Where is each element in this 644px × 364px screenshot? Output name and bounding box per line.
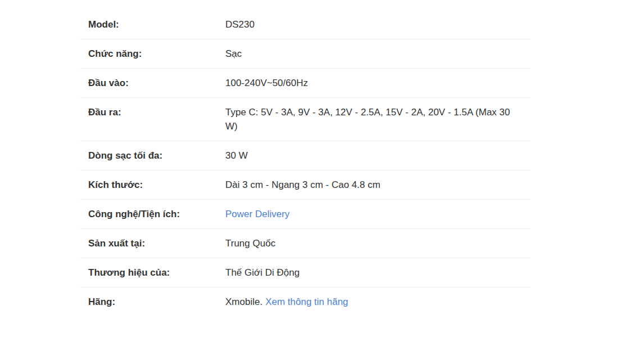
spec-row-function: Chức năng: Sạc: [80, 39, 530, 69]
spec-label-max-charge: Dòng sạc tối đa:: [80, 149, 225, 163]
spec-label-technology: Công nghệ/Tiện ích:: [80, 207, 225, 221]
spec-value-brand-of: Thế Giới Di Động: [225, 266, 530, 280]
spec-label-input: Đầu vào:: [80, 76, 225, 90]
product-spec-table: Model: DS230 Chức năng: Sạc Đầu vào: 100…: [80, 10, 530, 316]
spec-value-dimensions: Dài 3 cm - Ngang 3 cm - Cao 4.8 cm: [225, 178, 530, 192]
spec-value-technology: Power Delivery: [225, 207, 530, 221]
manufacturer-name: Xmobile.: [225, 296, 262, 307]
spec-value-model: DS230: [225, 17, 530, 32]
spec-value-manufacturer: Xmobile.Xem thông tin hãng: [225, 295, 530, 309]
spec-row-output: Đầu ra: Type C: 5V - 3A, 9V - 3A, 12V - …: [80, 98, 530, 141]
spec-label-manufacturer: Hãng:: [80, 295, 225, 309]
power-delivery-link[interactable]: Power Delivery: [225, 209, 289, 219]
spec-label-model: Model:: [80, 17, 225, 32]
spec-row-dimensions: Kích thước: Dài 3 cm - Ngang 3 cm - Cao …: [80, 170, 530, 200]
spec-row-input: Đầu vào: 100-240V~50/60Hz: [80, 69, 530, 98]
spec-value-max-charge: 30 W: [225, 149, 530, 163]
spec-value-output: Type C: 5V - 3A, 9V - 3A, 12V - 2.5A, 15…: [225, 105, 530, 133]
spec-label-dimensions: Kích thước:: [80, 178, 225, 192]
brand-info-link[interactable]: Xem thông tin hãng: [265, 296, 348, 307]
spec-label-function: Chức năng:: [80, 47, 225, 61]
spec-value-input: 100-240V~50/60Hz: [225, 76, 530, 90]
spec-row-brand-of: Thương hiệu của: Thế Giới Di Động: [80, 258, 530, 287]
spec-row-made-in: Sản xuất tại: Trung Quốc: [80, 229, 530, 258]
spec-row-max-charge: Dòng sạc tối đa: 30 W: [80, 141, 530, 170]
spec-label-brand-of: Thương hiệu của:: [80, 266, 225, 280]
spec-row-manufacturer: Hãng: Xmobile.Xem thông tin hãng: [80, 287, 530, 316]
spec-value-made-in: Trung Quốc: [225, 236, 530, 250]
spec-label-made-in: Sản xuất tại:: [80, 236, 225, 250]
spec-label-output: Đầu ra:: [80, 105, 225, 119]
spec-value-function: Sạc: [225, 47, 530, 61]
spec-row-model: Model: DS230: [80, 10, 530, 39]
spec-row-technology: Công nghệ/Tiện ích: Power Delivery: [80, 200, 530, 229]
